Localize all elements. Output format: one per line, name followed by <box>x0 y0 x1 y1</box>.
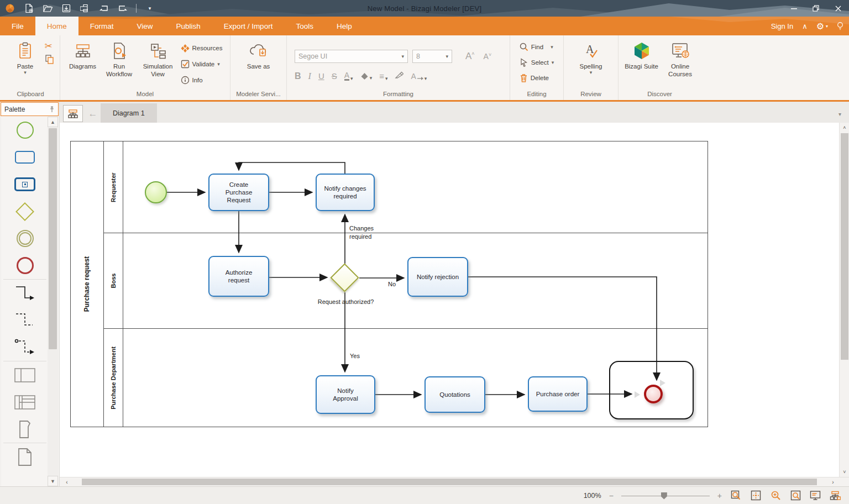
font-name-select[interactable]: Segoe UI ▾ <box>295 50 408 63</box>
palette-data-object[interactable] <box>1 443 49 470</box>
menu-publish[interactable]: Publish <box>165 17 212 35</box>
open-model-icon[interactable] <box>42 3 53 14</box>
canvas-scroll-down-icon[interactable]: ˅ <box>840 467 849 477</box>
pan-mode-icon[interactable] <box>750 490 762 502</box>
menu-file[interactable]: File <box>0 17 35 35</box>
online-courses-button[interactable]: Online Courses <box>663 38 698 78</box>
edge-label-no[interactable]: No <box>388 280 396 288</box>
save-as-button[interactable]: Save as <box>237 38 281 70</box>
task-purchase-order[interactable]: Purchase order <box>528 376 588 412</box>
new-model-icon[interactable] <box>23 3 34 14</box>
canvas-horizontal-scrollbar[interactable]: ‹ › <box>60 477 849 486</box>
run-workflow-button[interactable]: Run Workflow <box>101 38 138 78</box>
palette-scroll-thumb[interactable] <box>49 128 57 349</box>
minimize-button[interactable] <box>783 0 805 17</box>
bold-button[interactable]: B <box>295 71 301 81</box>
format-painter-icon[interactable] <box>395 71 403 81</box>
edge-label-request-authorized[interactable]: Request authorized? <box>311 298 380 306</box>
fit-to-window-icon[interactable] <box>730 490 742 502</box>
palette-task[interactable] <box>1 144 49 171</box>
save-icon[interactable] <box>61 3 72 14</box>
canvas-vertical-scrollbar[interactable]: ˄ ˅ <box>839 123 849 477</box>
find-button[interactable]: Find ▾ <box>517 41 557 53</box>
delete-button[interactable]: Delete <box>517 72 557 83</box>
palette-start-event[interactable] <box>1 117 49 144</box>
fill-color-button[interactable]: ▾ <box>360 72 373 80</box>
qat-customize-icon[interactable]: ▾ <box>144 3 155 14</box>
zoom-slider-handle[interactable] <box>661 492 667 500</box>
menu-export-import[interactable]: Export / Import <box>212 17 285 35</box>
end-event[interactable] <box>644 385 663 403</box>
zoom-in-button[interactable]: + <box>717 491 722 500</box>
cut-icon[interactable]: ✂ <box>45 42 54 51</box>
undo-icon[interactable] <box>98 3 109 14</box>
palette-association[interactable] <box>1 307 49 334</box>
shrink-font-button[interactable]: A˅ <box>484 52 492 61</box>
palette-scrollbar[interactable]: ▲ ▼ <box>48 117 58 486</box>
whats-new-bulb-icon[interactable] <box>837 22 843 30</box>
canvas-vscroll-thumb[interactable] <box>841 133 848 360</box>
grow-font-button[interactable]: A˄ <box>465 51 475 62</box>
paste-button[interactable]: Paste ▾ <box>7 38 44 75</box>
restore-button[interactable] <box>805 0 827 17</box>
diagram-overview-button[interactable] <box>63 105 83 122</box>
text-direction-button[interactable]: A ▾ <box>411 72 427 81</box>
zoom-slider[interactable] <box>621 491 710 500</box>
close-button[interactable] <box>827 0 849 17</box>
task-notify-changes-required[interactable]: Notify changes required <box>316 174 375 211</box>
palette-gateway[interactable] <box>1 198 49 225</box>
menu-help[interactable]: Help <box>325 17 364 35</box>
settings-gear-icon[interactable]: ⚙ ▾ <box>816 21 828 32</box>
pin-icon[interactable] <box>49 106 55 113</box>
edge-label-yes[interactable]: Yes <box>350 352 360 360</box>
canvas-scroll-right-icon[interactable]: › <box>828 477 838 486</box>
palette-lane[interactable] <box>1 389 49 416</box>
line-style-button[interactable]: ≡ ▾ <box>379 71 387 81</box>
italic-button[interactable]: I <box>308 71 311 81</box>
presentation-mode-icon[interactable] <box>809 490 821 502</box>
tab-back-arrow-icon[interactable]: ← <box>85 105 101 122</box>
tab-diagram-1[interactable]: Diagram 1 <box>101 103 157 123</box>
palette-intermediate-event[interactable] <box>1 225 49 252</box>
font-size-select[interactable]: 8 ▾ <box>412 50 452 63</box>
edge-label-changes-required[interactable]: Changes required <box>349 224 388 241</box>
palette-sequence-flow[interactable] <box>1 280 49 307</box>
menu-view[interactable]: View <box>125 17 165 35</box>
task-quotations[interactable]: Quotations <box>424 376 485 413</box>
diagrams-button[interactable]: Diagrams <box>66 38 100 70</box>
copy-icon[interactable] <box>45 54 54 66</box>
strikethrough-button[interactable]: S <box>332 71 337 81</box>
spelling-button[interactable]: A Spelling ▾ <box>573 38 609 75</box>
tab-overflow-caret-icon[interactable]: ▾ <box>838 111 841 117</box>
task-notify-rejection[interactable]: Notify rejection <box>407 257 468 297</box>
canvas-scroll-up-icon[interactable]: ˄ <box>840 123 849 133</box>
canvas-scroll-left-icon[interactable]: ‹ <box>62 477 72 486</box>
sign-in-button[interactable]: Sign In <box>771 22 793 30</box>
select-button[interactable]: Select ▾ <box>517 57 557 68</box>
diagram-connectors[interactable] <box>60 123 839 476</box>
task-notify-approval[interactable]: Notify Approval <box>316 375 375 414</box>
font-color-button[interactable]: A ▾ <box>344 72 353 81</box>
diagram-map-icon[interactable] <box>829 490 841 502</box>
menu-format[interactable]: Format <box>78 17 125 35</box>
simulation-view-button[interactable]: Simulation View <box>139 38 177 78</box>
print-icon[interactable] <box>80 3 91 14</box>
underline-button[interactable]: U <box>318 71 324 81</box>
resources-button[interactable]: Resources <box>179 43 225 54</box>
palette-sub-process[interactable] <box>1 171 49 198</box>
collapse-ribbon-icon[interactable]: ∧ <box>802 22 808 30</box>
info-button[interactable]: Info <box>179 75 225 86</box>
zoom-tool-icon[interactable] <box>769 490 782 502</box>
palette-pool[interactable] <box>1 361 49 389</box>
bizagi-suite-button[interactable]: Bizagi Suite <box>622 38 662 70</box>
palette-milestone[interactable] <box>1 416 49 443</box>
palette-scroll-up-icon[interactable]: ▲ <box>48 117 58 127</box>
palette-scroll-down-icon[interactable]: ▼ <box>48 476 58 486</box>
task-authorize-request[interactable]: Authorize request <box>208 256 269 297</box>
menu-home[interactable]: Home <box>35 17 78 35</box>
canvas-hscroll-thumb[interactable] <box>82 479 817 485</box>
diagram-canvas[interactable]: Purchase request Requester Boss Purchase… <box>60 123 849 477</box>
zoom-out-button[interactable]: − <box>609 491 614 500</box>
palette-end-event[interactable] <box>1 252 49 279</box>
menu-tools[interactable]: Tools <box>284 17 325 35</box>
